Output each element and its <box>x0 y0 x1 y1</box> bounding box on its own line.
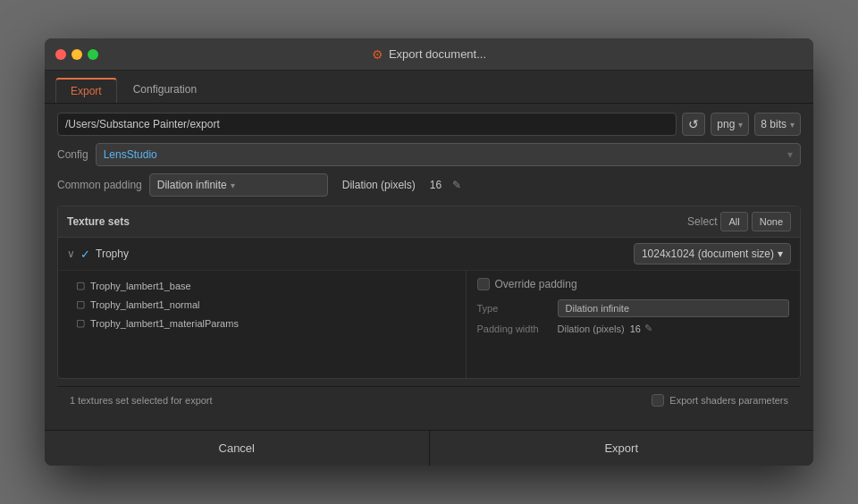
trophy-check-icon: ✓ <box>80 248 90 261</box>
config-row: Config LensStudio ▾ <box>57 143 801 166</box>
padding-width-row: Padding width Dilation (pixels) 16 ✎ <box>477 323 790 334</box>
list-item: ▢ Trophy_lambert1_materialParams <box>58 314 466 332</box>
main-window: ⚙ Export document... Export Configuratio… <box>45 38 813 466</box>
path-input[interactable] <box>57 113 677 136</box>
select-buttons: Select All None <box>687 212 791 231</box>
export-shaders-checkbox[interactable] <box>652 394 664 407</box>
trophy-name: Trophy <box>96 248 634 260</box>
size-select[interactable]: 1024x1024 (document size) ▾ <box>634 243 791 265</box>
tabs-bar: Export Configuration <box>45 71 813 104</box>
dilation-arrow: ▾ <box>231 181 235 190</box>
export-shaders-label: Export shaders parameters <box>669 395 788 406</box>
override-checkbox[interactable] <box>477 278 490 290</box>
refresh-button[interactable]: ↺ <box>682 113 705 136</box>
close-button[interactable] <box>55 49 66 60</box>
maximize-button[interactable] <box>88 49 98 60</box>
bottom-bar: 1 textures set selected for export Expor… <box>57 386 801 414</box>
file-name: Trophy_lambert1_materialParams <box>90 318 239 329</box>
pixels-value: 16 <box>430 179 442 191</box>
list-item: ▢ Trophy_lambert1_base <box>58 276 466 295</box>
dilation-value: Dilation infinite <box>157 179 227 191</box>
file-icon: ▢ <box>76 298 85 310</box>
size-value: 1024x1024 (document size) <box>642 248 774 260</box>
type-value: Dilation infinite <box>558 299 790 317</box>
size-arrow: ▾ <box>778 248 783 260</box>
texture-sets-header: Texture sets Select All None <box>58 206 800 238</box>
files-override-row: ▢ Trophy_lambert1_base ▢ Trophy_lambert1… <box>58 271 800 378</box>
files-column: ▢ Trophy_lambert1_base ▢ Trophy_lambert1… <box>58 271 467 378</box>
tab-export[interactable]: Export <box>55 78 117 103</box>
select-label: Select <box>687 215 717 228</box>
override-header: Override padding <box>477 278 790 290</box>
trophy-row: ∨ ✓ Trophy 1024x1024 (document size) ▾ <box>58 238 800 271</box>
texture-sets-section: Texture sets Select All None ∨ ✓ Trophy … <box>57 206 801 379</box>
config-select[interactable]: LensStudio ▾ <box>96 143 801 166</box>
dilation-type-select[interactable]: Dilation infinite ▾ <box>149 173 328 197</box>
file-icon: ▢ <box>76 280 85 291</box>
title-icon: ⚙ <box>372 47 383 62</box>
padding-width-label: Padding width <box>477 323 558 334</box>
bits-arrow: ▾ <box>790 120 795 130</box>
window-title: ⚙ Export document... <box>372 47 486 62</box>
config-label: Config <box>57 148 88 161</box>
pixels-edit-icon[interactable]: ✎ <box>452 179 461 191</box>
file-name: Trophy_lambert1_base <box>90 281 191 291</box>
format-value: png <box>717 118 735 130</box>
type-label: Type <box>477 303 558 314</box>
config-arrow: ▾ <box>787 148 793 161</box>
export-button[interactable]: Export <box>430 431 814 466</box>
minimize-button[interactable] <box>72 49 82 60</box>
path-row: ↺ png ▾ 8 bits ▾ <box>57 113 801 136</box>
format-arrow: ▾ <box>738 120 743 130</box>
type-row: Type Dilation infinite <box>477 299 790 317</box>
none-button[interactable]: None <box>752 212 791 231</box>
file-name: Trophy_lambert1_normal <box>90 299 199 310</box>
ov-edit-icon[interactable]: ✎ <box>644 323 652 334</box>
config-value: LensStudio <box>104 148 157 161</box>
all-button[interactable]: All <box>720 212 747 231</box>
pixels-label: Dilation (pixels) <box>342 179 416 191</box>
title-label: Export document... <box>389 47 486 61</box>
export-shaders-row: Export shaders parameters <box>652 394 788 407</box>
bits-select[interactable]: 8 bits ▾ <box>754 113 801 136</box>
override-column: Override padding Type Dilation infinite … <box>467 271 801 378</box>
content-area: ↺ png ▾ 8 bits ▾ Config LensStudio ▾ Com… <box>45 104 813 423</box>
cancel-button[interactable]: Cancel <box>45 431 430 466</box>
trophy-chevron-icon[interactable]: ∨ <box>67 248 75 260</box>
ov-pixels-value: 16 <box>630 323 641 334</box>
common-padding-label: Common padding <box>57 179 142 191</box>
list-item: ▢ Trophy_lambert1_normal <box>58 295 466 314</box>
status-text: 1 textures set selected for export <box>70 395 213 406</box>
file-icon: ▢ <box>76 317 85 329</box>
bits-value: 8 bits <box>761 118 786 130</box>
tab-configuration[interactable]: Configuration <box>119 78 211 103</box>
ov-pixels-label: Dilation (pixels) <box>558 323 625 334</box>
traffic-lights <box>55 49 98 60</box>
padding-row: Common padding Dilation infinite ▾ Dilat… <box>57 173 801 197</box>
texture-sets-title: Texture sets <box>67 215 130 228</box>
override-label: Override padding <box>495 278 577 290</box>
format-select[interactable]: png ▾ <box>711 113 749 136</box>
action-buttons: Cancel Export <box>45 430 813 466</box>
title-bar: ⚙ Export document... <box>45 38 813 71</box>
